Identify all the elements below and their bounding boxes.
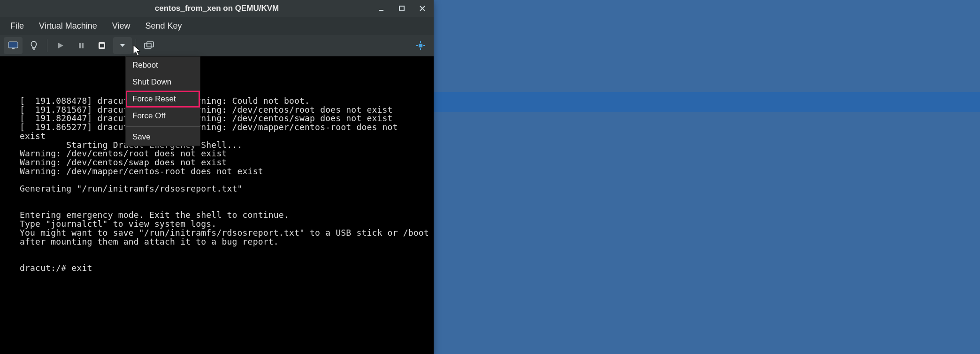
svg-marker-8 (58, 43, 63, 48)
toolbar-separator (47, 39, 47, 52)
snapshots-icon (144, 41, 154, 50)
window-controls (375, 0, 429, 17)
fullscreen-button[interactable] (411, 37, 430, 54)
svg-rect-9 (79, 43, 81, 48)
svg-rect-1 (399, 6, 404, 11)
dropdown-separator (126, 126, 200, 127)
menu-view[interactable]: View (107, 18, 136, 34)
run-button[interactable] (51, 37, 70, 54)
fullscreen-icon (416, 41, 425, 50)
details-view-button[interactable] (24, 37, 43, 54)
chevron-down-icon (120, 44, 125, 47)
svg-rect-4 (8, 42, 18, 48)
dropdown-force-reset[interactable]: Force Reset (126, 91, 200, 108)
dropdown-save[interactable]: Save (126, 129, 200, 146)
play-icon (57, 42, 64, 49)
maximize-button[interactable] (395, 2, 408, 15)
dropdown-shut-down[interactable]: Shut Down (126, 74, 200, 91)
toolbar-separator (136, 39, 136, 52)
power-icon (98, 41, 106, 50)
maximize-icon (398, 5, 405, 12)
svg-rect-16 (419, 44, 422, 47)
console-view-button[interactable] (4, 37, 23, 54)
titlebar: centos_from_xen on QEMU/KVM (0, 0, 434, 17)
svg-rect-12 (100, 44, 104, 47)
lightbulb-icon (30, 40, 38, 51)
menu-send-key[interactable]: Send Key (139, 18, 187, 34)
menubar: File Virtual Machine View Send Key (0, 17, 434, 35)
vm-console[interactable]: [ 191.088478] dracut- Warning: Could not… (0, 56, 434, 354)
svg-marker-13 (120, 44, 125, 47)
snapshots-button[interactable] (140, 37, 159, 54)
shutdown-button[interactable] (92, 37, 111, 54)
shutdown-dropdown-button[interactable] (113, 37, 132, 54)
dropdown-reboot[interactable]: Reboot (126, 57, 200, 74)
menu-virtual-machine[interactable]: Virtual Machine (33, 18, 103, 34)
window-title: centos_from_xen on QEMU/KVM (155, 4, 279, 13)
pause-icon (78, 42, 84, 49)
menu-file[interactable]: File (5, 18, 30, 34)
monitor-icon (8, 41, 18, 50)
svg-rect-15 (147, 42, 153, 47)
svg-rect-10 (82, 43, 84, 48)
svg-rect-5 (12, 48, 15, 49)
dropdown-force-off[interactable]: Force Off (126, 108, 200, 124)
vm-window: centos_from_xen on QEMU/KVM File Virtual… (0, 0, 434, 354)
svg-rect-14 (145, 43, 151, 48)
minimize-button[interactable] (375, 2, 388, 15)
close-button[interactable] (416, 2, 429, 15)
pause-button[interactable] (72, 37, 91, 54)
toolbar: Reboot Shut Down Force Reset Force Off S… (0, 35, 434, 56)
shutdown-dropdown-menu: Reboot Shut Down Force Reset Force Off S… (125, 56, 200, 146)
close-icon (419, 5, 426, 12)
minimize-icon (378, 5, 384, 12)
